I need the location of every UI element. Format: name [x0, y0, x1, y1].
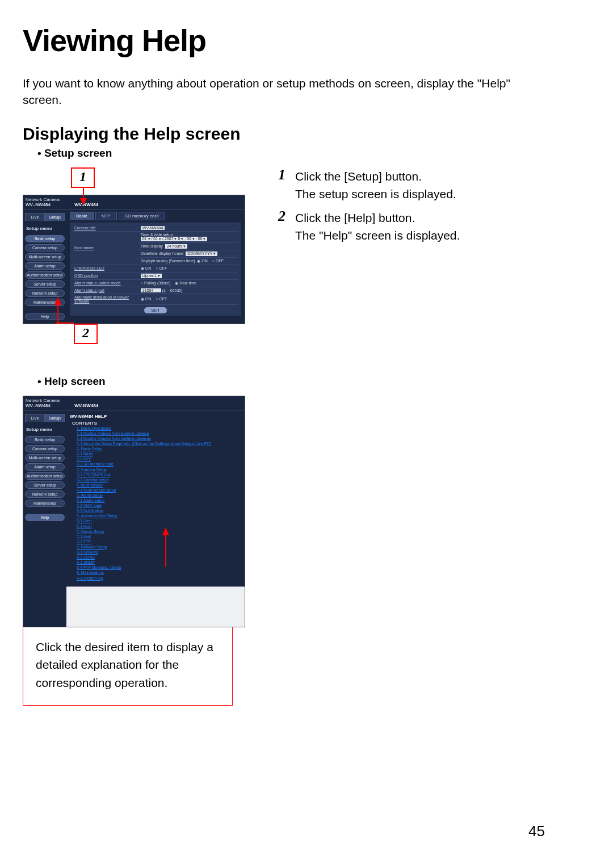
help-toc: WV-NW484 HELP CONTENTS 1. Basic Operatio… [66, 410, 245, 586]
toc-link[interactable]: 2. Basic Setup [77, 446, 241, 451]
svg-marker-4 [162, 527, 169, 535]
sidebar-item-auth[interactable]: Authentication setup [25, 271, 65, 279]
toc-link[interactable]: 3-1 JPEG/MPEG-4 [77, 472, 241, 477]
led-on[interactable]: ON [141, 266, 151, 271]
alm-poll[interactable]: Polling (30sec) [141, 281, 171, 285]
toc-link[interactable]: 8-3 SNMP [77, 560, 241, 565]
sidebar2-multi[interactable]: Multi-screen setup [25, 454, 65, 462]
sidebar2-camera[interactable]: Camera setup [25, 445, 65, 452]
toc-link[interactable]: 8-2 DDNS [77, 555, 241, 560]
tab-basic[interactable]: Basic [70, 212, 94, 220]
toc-link[interactable]: 2-1 Basic [77, 451, 241, 456]
sidebar-item-network[interactable]: Network setup [25, 290, 65, 297]
toc-link[interactable]: 1-3 About the Setup Page, etc. (Click on… [77, 441, 241, 446]
toc-link[interactable]: 8. Network Setup [77, 544, 241, 550]
callout-2-arrow [54, 297, 62, 323]
toc-link[interactable]: 1-2 Monitor images from multiple cameras [77, 436, 241, 441]
osd-lbl[interactable]: OSD position [74, 274, 98, 278]
sidebar2-alarm[interactable]: Alarm setup [25, 463, 65, 471]
sidebar-item-basic[interactable]: Basic setup [25, 235, 65, 242]
alm-port-lbl[interactable]: Alarm status port [74, 288, 104, 292]
sidebar2-network[interactable]: Network setup [25, 490, 65, 498]
toc-link[interactable]: 3. Camera Setup [77, 467, 241, 472]
auto-off[interactable]: OFF [156, 297, 167, 301]
sidebar-item-camera[interactable]: Camera setup [25, 244, 65, 251]
svg-marker-1 [80, 198, 87, 205]
toc-link[interactable]: 5-2 VMD area [77, 503, 241, 508]
camera-title-lbl[interactable]: Camera title [74, 226, 96, 230]
toc-link[interactable]: 9-1 System log [77, 576, 241, 581]
live-tab[interactable]: Live [25, 213, 45, 221]
toc-link[interactable]: 5-1 Alarm setup [77, 498, 241, 503]
toc-link[interactable]: 5-3 Notification [77, 508, 241, 513]
step-1-line2: The setup screen is displayed. [295, 187, 456, 200]
toc-link[interactable]: 7. Server Setup [77, 529, 241, 534]
toc-link[interactable]: 6-1 User [77, 518, 241, 523]
note-text: Click the desired item to display a deta… [36, 640, 213, 689]
step-1-number: 1 [278, 167, 295, 182]
sidebar-item-alarm[interactable]: Alarm setup [25, 262, 65, 270]
sidebar-heading: Setup menu [26, 226, 65, 231]
sidebar2-basic[interactable]: Basic setup [25, 436, 65, 443]
setup-screen-label: Setup screen [23, 147, 545, 160]
dst-off[interactable]: OFF [212, 259, 224, 263]
svg-marker-3 [54, 297, 61, 305]
setup-content: Basic NTP SD memory card Camera title WV… [66, 209, 245, 324]
sidebar2-server[interactable]: Server setup [25, 481, 65, 489]
toc-link[interactable]: 1-1 Monitor images from a single camera [77, 431, 241, 436]
step-2-line1: Click the [Help] button. [295, 211, 415, 224]
toc-sub: CONTENTS [72, 421, 241, 426]
sidebar2-auth[interactable]: Authentication setup [25, 472, 65, 480]
toc-link[interactable]: 7-2 FTP [77, 539, 241, 544]
dst-on[interactable]: ON [197, 259, 207, 263]
time-display-field[interactable]: 24 hours ▾ [165, 244, 187, 249]
toc-footer-strip [66, 586, 245, 627]
setup-screenshot-area: 1 Network CameraWV–NW484 WV-NW484 Live S… [23, 167, 261, 324]
page-number: 45 [528, 823, 545, 840]
live-tab-2[interactable]: Live [25, 414, 45, 422]
toc-link[interactable]: 9. Maintenance [77, 570, 241, 575]
toc-link[interactable]: 8-1 Network [77, 550, 241, 555]
toc-link[interactable]: 3-2 Camera setup [77, 477, 241, 483]
date-format-field[interactable]: DD/MM/YYYY ▾ [186, 251, 217, 256]
toc-link[interactable]: 6-2 Host [77, 524, 241, 529]
auto-on[interactable]: ON [141, 297, 151, 301]
help-button-2[interactable]: Help [25, 514, 65, 521]
auto-install-lbl[interactable]: Automatic installation of viewer softwar… [74, 295, 129, 303]
time-date-field[interactable]: 01 ▾ / 01 ▾ / 2007 ▾ 0 ▾ : 00 ▾ : 00 ▾ [141, 237, 208, 241]
toc-link[interactable]: 8-4 FTP file trans. (client) [77, 565, 241, 570]
setup-tab-2[interactable]: Setup [45, 414, 65, 422]
toc-head: WV-NW484 HELP [70, 414, 241, 419]
sidebar2-maint[interactable]: Maintenance [25, 500, 65, 507]
toc-link[interactable]: 2-2 NTP [77, 456, 241, 462]
tab-ntp[interactable]: NTP [95, 212, 117, 220]
help-screen-label: Help screen [23, 375, 545, 388]
toc-link[interactable]: 2-3 SD memory card [77, 462, 241, 467]
sidebar-item-multi[interactable]: Multi-screen setup [25, 253, 65, 261]
toc-link[interactable]: 4. Multi-screen [77, 483, 241, 488]
led-lbl[interactable]: Link/Access LED [74, 266, 104, 270]
intro-text: If you want to know anything about opera… [23, 75, 545, 108]
note-box: Click the desired item to display a deta… [23, 624, 233, 706]
alm-port-field[interactable]: 31004 [141, 288, 161, 292]
alm-mode-lbl[interactable]: Alarm status update mode [74, 281, 121, 285]
camera-title-field[interactable]: WV-NW484 [141, 226, 165, 230]
step-2-line2: The "Help" screen is displayed. [295, 229, 460, 242]
page-title: Viewing Help [23, 23, 545, 58]
toc-link[interactable]: 7-1 Mail [77, 534, 241, 539]
host-name-link[interactable]: Host name [74, 246, 94, 250]
led-off[interactable]: OFF [156, 266, 167, 270]
toc-link[interactable]: 6. Authentication Setup [77, 513, 241, 518]
help-sidebar: Live Setup Setup menu Basic setup Camera… [23, 410, 66, 627]
help-app-window: Network CameraWV–NW484 WV-NW484 Live Set… [23, 396, 245, 627]
toc-link[interactable]: 5. Alarm Setup [77, 493, 241, 498]
sidebar-item-server[interactable]: Server setup [25, 280, 65, 288]
toc-link[interactable]: 4-1 Multi-screen setup [77, 488, 241, 493]
osd-field[interactable]: Upper-L ▾ [141, 274, 162, 278]
alm-real[interactable]: Real time [175, 281, 196, 286]
set-button[interactable]: SET [144, 307, 167, 313]
setup-tab[interactable]: Setup [45, 213, 65, 221]
tab-sd[interactable]: SD memory card [119, 212, 165, 220]
toc-link[interactable]: 1. Basic Operations [77, 426, 241, 431]
callout-1: 1 [71, 167, 95, 188]
